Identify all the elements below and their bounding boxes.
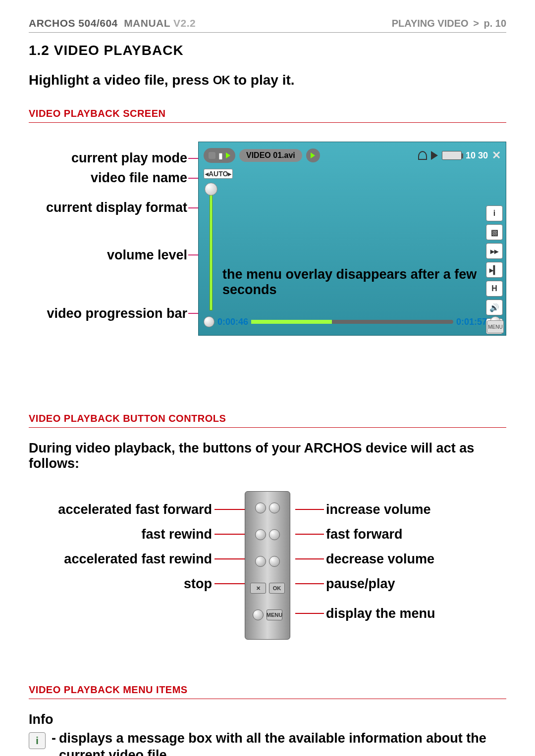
ctrl-inc-volume: increase volume <box>326 502 431 517</box>
filename-pill: VIDEO 01.avi <box>239 149 302 162</box>
brand: ARCHOS <box>29 17 75 29</box>
info-block: i displays a message box with all the av… <box>29 730 506 756</box>
label-file-name: video file name <box>91 170 187 186</box>
menu-icon: MENU <box>487 320 504 333</box>
device-row <box>245 496 290 520</box>
clock: 10 30 <box>466 151 488 161</box>
time-elapsed: 0:00:46 <box>217 317 248 327</box>
time-total: 0:01:57 <box>456 317 487 327</box>
model: 504/604 <box>78 17 117 29</box>
volume-track <box>210 187 213 310</box>
info-icon: i <box>29 732 46 749</box>
manual-label: MANUAL <box>124 17 170 29</box>
play-button-icon <box>306 149 320 162</box>
playmode-pill: ▮ <box>204 148 235 163</box>
nub-icon <box>253 609 264 620</box>
ctrl-display-menu: display the menu <box>326 606 435 621</box>
section-title: 1.2 VIDEO PLAYBACK <box>29 43 506 58</box>
volume-knob-icon <box>205 183 217 196</box>
label-volume: volume level <box>107 248 187 263</box>
controls-diagram: accelerated fast forward fast rewind acc… <box>29 491 506 650</box>
device-buttons-mock: ✕ OK MENU <box>245 491 290 640</box>
leader-line <box>214 509 249 510</box>
info-heading: Info <box>29 712 506 727</box>
leader-line <box>295 534 324 535</box>
nub-icon <box>269 503 280 513</box>
header-left: ARCHOS 504/604 MANUAL V2.2 <box>29 17 196 29</box>
ok-button-icon: OK <box>269 583 285 594</box>
ctrl-accel-ff: accelerated fast forward <box>29 502 212 517</box>
progress-bar <box>251 320 453 324</box>
play-icon <box>226 152 230 158</box>
ctrl-fast-forward: fast forward <box>326 527 403 542</box>
device-row: ✕ OK <box>245 576 290 601</box>
device-row: MENU <box>245 603 290 627</box>
playback-diagram: current play mode video file name curren… <box>29 136 506 383</box>
info-line-1: displays a message box with all the avai… <box>52 730 506 756</box>
bookmark-icon: ▸▎ <box>486 262 503 278</box>
device-row <box>245 549 290 574</box>
display-format-pill: ◂AUTO▸ <box>204 169 233 179</box>
progress-row: 0:00:46 0:01:57 <box>204 314 501 329</box>
subheader-menu-items: VIDEO PLAYBACK MENU ITEMS <box>29 684 506 699</box>
nub-icon <box>255 529 266 540</box>
info-line-1-text: displays a message box with all the avai… <box>59 730 506 756</box>
label-display-format: current display format <box>46 200 187 215</box>
intro-line: Highlight a video file, press OK to play… <box>29 72 506 88</box>
label-progress: video progression bar <box>47 306 187 321</box>
manual-version: V2.2 <box>173 17 196 29</box>
leader-line <box>295 583 324 584</box>
nub-icon <box>255 503 266 513</box>
leader-line <box>295 613 324 614</box>
nub-icon <box>269 529 280 540</box>
menu-button-icon: MENU <box>267 609 282 620</box>
label-play-mode: current play mode <box>71 151 187 166</box>
leader-line <box>214 583 249 584</box>
ctrl-pause-play: pause/play <box>326 576 395 592</box>
leader-line <box>295 558 324 559</box>
knob-icon <box>204 316 214 327</box>
controls-intro: During video playback, the buttons of yo… <box>29 441 506 471</box>
progress-fill <box>251 320 332 324</box>
leader-line <box>295 509 324 510</box>
ok-glyph: OK <box>213 73 230 87</box>
section-name: PLAYING VIDEO <box>392 18 469 29</box>
ctrl-stop: stop <box>29 576 212 592</box>
page-number: p. 10 <box>483 18 506 29</box>
speaker-icon <box>431 151 438 160</box>
header-right: PLAYING VIDEO > p. 10 <box>392 18 506 29</box>
ctrl-dec-volume: decrease volume <box>326 552 434 567</box>
nub-icon <box>255 556 266 567</box>
subheader-playback-screen: VIDEO PLAYBACK SCREEN <box>29 108 506 123</box>
headphone-icon <box>418 151 427 160</box>
folder-icon: ▮ <box>218 151 223 160</box>
save-icon: H <box>486 281 503 297</box>
topbar-right: 10 30 ✕ <box>418 149 501 162</box>
gear-icon <box>209 152 215 159</box>
ctrl-fast-rewind: fast rewind <box>29 527 212 542</box>
info-icon: i <box>486 205 503 221</box>
device-row <box>245 522 290 547</box>
leader-line <box>214 534 249 535</box>
x-button-icon: ✕ <box>250 583 266 594</box>
overlay-note: the menu overlay disappears after a few … <box>222 267 481 298</box>
speed-icon: ▸▸ <box>486 243 503 259</box>
breadcrumb-sep: > <box>473 18 479 29</box>
nub-icon <box>269 556 280 567</box>
playback-screen-mock: ▮ VIDEO 01.avi 10 30 ✕ ◂AUTO▸ i ▧ ▸▸ ▸▎ … <box>198 142 506 336</box>
ctrl-accel-fr: accelerated fast rewind <box>29 552 212 567</box>
intro-a: Highlight a video file, press <box>29 72 213 88</box>
leader-line <box>214 558 249 559</box>
format-icon: ▧ <box>486 224 503 240</box>
info-lines: displays a message box with all the avai… <box>52 730 506 756</box>
battery-icon <box>442 151 462 160</box>
screen-topbar: ▮ VIDEO 01.avi 10 30 ✕ <box>204 147 501 164</box>
page-header: ARCHOS 504/604 MANUAL V2.2 PLAYING VIDEO… <box>29 17 506 33</box>
close-icon: ✕ <box>492 149 501 162</box>
subheader-button-controls: VIDEO PLAYBACK BUTTON CONTROLS <box>29 413 506 428</box>
intro-b: to play it. <box>230 72 295 88</box>
sound-icon: 🔊 <box>486 300 503 315</box>
